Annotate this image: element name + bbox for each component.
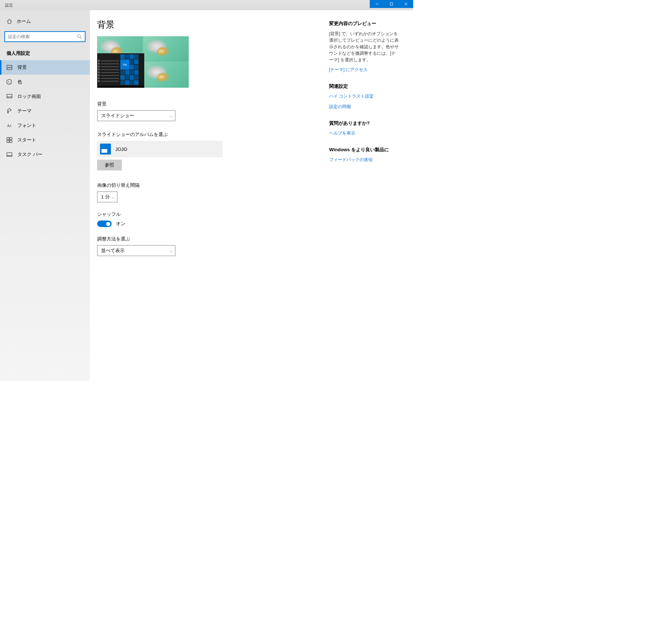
nav-label: 色	[17, 79, 22, 85]
svg-point-7	[8, 81, 9, 82]
sidebar: ホーム 個人用設定 背景 色 ロック画面 テーマ	[0, 10, 90, 381]
feedback-link[interactable]: フィードバックの送信	[329, 157, 399, 163]
close-button[interactable]	[399, 0, 413, 8]
sync-settings-link[interactable]: 設定の同期	[329, 104, 399, 110]
svg-point-8	[8, 82, 9, 83]
preview-sample-text: Aa	[120, 59, 129, 69]
nav-label: タスク バー	[17, 151, 42, 158]
search-box[interactable]	[4, 31, 86, 42]
album-name: JOJO	[115, 147, 127, 152]
svg-point-9	[9, 83, 10, 84]
fit-label: 調整方法を選ぶ	[97, 236, 329, 242]
svg-rect-16	[7, 140, 9, 143]
svg-rect-14	[7, 137, 9, 140]
picture-icon	[7, 65, 12, 70]
related-heading: 関連設定	[329, 83, 399, 90]
home-icon	[7, 18, 12, 24]
feedback-heading: Windows をより良い製品に	[329, 147, 399, 153]
svg-text:A: A	[9, 124, 12, 128]
nav-label: テーマ	[17, 108, 32, 114]
background-value: スライドショー	[101, 112, 134, 119]
home-label: ホーム	[17, 18, 31, 25]
nav-colors[interactable]: 色	[0, 75, 90, 89]
nav-label: フォント	[17, 122, 36, 129]
svg-rect-15	[10, 137, 12, 140]
svg-line-5	[80, 37, 82, 39]
folder-icon	[100, 144, 111, 154]
shuffle-label: シャッフル	[97, 211, 329, 218]
question-heading: 質問がありますか?	[329, 120, 399, 127]
browse-button[interactable]: 参照	[97, 160, 122, 170]
page-title: 背景	[97, 19, 329, 30]
right-column: 変更内容のプレビュー [背景] で、いずれかのオプションを選択してプレビューにど…	[329, 19, 399, 381]
section-header: 個人用設定	[0, 48, 90, 60]
nav-taskbar[interactable]: タスク バー	[0, 147, 90, 162]
palette-icon	[7, 79, 12, 85]
nav-label: ロック画面	[17, 93, 41, 100]
background-dropdown[interactable]: スライドショー ⌵	[97, 110, 175, 121]
fit-value: 並べて表示	[101, 247, 125, 254]
font-icon: AA	[7, 123, 12, 128]
nav-themes[interactable]: テーマ	[0, 104, 90, 118]
high-contrast-link[interactable]: ハイ コントラスト設定	[329, 93, 399, 99]
search-icon	[77, 34, 82, 39]
svg-rect-10	[7, 94, 12, 98]
album-item[interactable]: JOJO	[97, 141, 223, 157]
maximize-button[interactable]	[384, 0, 399, 8]
svg-point-4	[78, 35, 80, 38]
themes-link[interactable]: [テーマ] にアクセス	[329, 67, 399, 73]
background-label: 背景	[97, 101, 329, 107]
nav-fonts[interactable]: AA フォント	[0, 118, 90, 133]
taskbar-icon	[7, 152, 12, 157]
shuffle-state: オン	[116, 221, 125, 227]
svg-rect-17	[10, 140, 12, 143]
preview-body: [背景] で、いずれかのオプションを選択してプレビューにどのように表示されるのか…	[329, 30, 399, 63]
nav-background[interactable]: 背景	[0, 60, 90, 75]
help-link[interactable]: ヘルプを表示	[329, 130, 399, 136]
album-label: スライドショーのアルバムを選ぶ	[97, 131, 329, 138]
nav-label: 背景	[17, 64, 27, 71]
nav-label: スタート	[17, 137, 36, 143]
start-icon	[7, 137, 12, 143]
search-input[interactable]	[8, 34, 77, 39]
window-title: 設定	[0, 3, 13, 8]
home-nav[interactable]: ホーム	[0, 15, 90, 28]
fit-dropdown[interactable]: 並べて表示 ⌵	[97, 245, 175, 256]
theme-icon	[7, 108, 12, 114]
svg-rect-1	[390, 3, 393, 5]
interval-label: 画像の切り替え間隔	[97, 182, 329, 189]
chevron-down-icon: ⌵	[170, 249, 172, 253]
interval-value: 1 分	[101, 194, 110, 200]
minimize-button[interactable]	[370, 0, 384, 8]
content: 背景	[97, 19, 329, 381]
nav-lockscreen[interactable]: ロック画面	[0, 89, 90, 104]
interval-dropdown[interactable]: 1 分 ⌵	[97, 191, 117, 202]
background-preview: Aa	[97, 36, 189, 88]
preview-heading: 変更内容のプレビュー	[329, 20, 399, 27]
titlebar: 設定	[0, 0, 413, 10]
nav-start[interactable]: スタート	[0, 133, 90, 147]
shuffle-toggle[interactable]	[97, 221, 112, 227]
lockscreen-icon	[7, 94, 12, 99]
chevron-down-icon: ⌵	[112, 195, 114, 199]
chevron-down-icon: ⌵	[170, 114, 172, 118]
